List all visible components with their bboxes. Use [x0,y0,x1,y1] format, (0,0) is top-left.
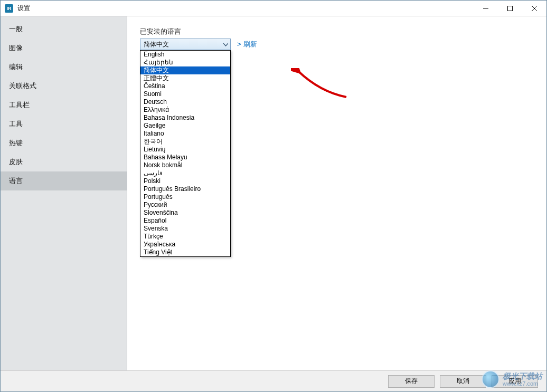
refresh-label: 刷新 [243,40,257,48]
language-option[interactable]: Bahasa Indonesia [140,114,230,122]
language-option[interactable]: Español [140,217,230,225]
content-pane: 已安装的语言 简体中文 >刷新 EnglishՀայերեն简体中文正體中文Če… [127,16,546,370]
cancel-button[interactable]: 取消 [440,375,486,388]
language-option[interactable]: Türkçe [140,233,230,241]
save-button[interactable]: 保存 [388,375,435,388]
maximize-button[interactable] [498,1,522,16]
installed-languages-label: 已安装的语言 [140,27,534,36]
sidebar-item-7[interactable]: 皮肤 [1,152,127,171]
language-option[interactable]: English [140,51,230,59]
language-option[interactable]: Lietuvių [140,146,230,154]
sidebar-item-0[interactable]: 一般 [1,20,127,39]
combobox-value: 简体中文 [144,40,169,49]
language-option[interactable]: Gaeilge [140,122,230,130]
language-option[interactable]: Norsk bokmål [140,161,230,169]
language-option[interactable]: Português [140,193,230,201]
language-option[interactable]: Ελληνικά [140,106,230,114]
language-option[interactable]: فارسی [140,169,230,177]
language-option[interactable]: Deutsch [140,98,230,106]
apply-button[interactable]: 应用 [492,375,538,388]
sidebar-item-6[interactable]: 热键 [1,133,127,152]
sidebar-item-2[interactable]: 编辑 [1,58,127,77]
language-option[interactable]: 正體中文 [140,74,230,82]
language-option[interactable]: Čeština [140,82,230,90]
language-option[interactable]: Polski [140,177,230,185]
sidebar-item-4[interactable]: 工具栏 [1,95,127,114]
annotation-arrow [291,68,354,100]
sidebar-item-1[interactable]: 图像 [1,39,127,58]
language-dropdown: EnglishՀայերեն简体中文正體中文ČeštinaSuomiDeutsc… [140,50,231,257]
window-title: 设置 [17,4,30,13]
chevron-right-icon: > [237,40,241,48]
language-option[interactable]: 简体中文 [140,66,230,74]
language-option[interactable]: Italiano [140,130,230,138]
chevron-down-icon [223,41,228,48]
footer: 保存 取消 应用 [1,370,546,391]
language-option[interactable]: Português Brasileiro [140,185,230,193]
language-option[interactable]: Українська [140,241,230,248]
sidebar-item-5[interactable]: 工具 [1,114,127,133]
sidebar-item-8[interactable]: 语言 [1,171,127,190]
language-combobox[interactable]: 简体中文 [140,39,231,50]
refresh-link[interactable]: >刷新 [237,40,257,49]
language-option[interactable]: Bahasa Melayu [140,154,230,161]
close-button[interactable] [522,1,546,16]
language-option[interactable]: Slovenščina [140,209,230,217]
language-option[interactable]: 한국어 [140,138,230,146]
titlebar: IR 设置 [1,1,546,16]
svg-rect-1 [508,6,513,11]
sidebar-item-3[interactable]: 关联格式 [1,77,127,95]
language-option[interactable]: Русский [140,201,230,209]
language-option[interactable]: Հայերեն [140,59,230,66]
language-option[interactable]: Suomi [140,90,230,98]
language-option[interactable]: Svenska [140,225,230,233]
language-option[interactable]: Tiếng Việt [140,248,230,256]
minimize-button[interactable] [474,1,498,16]
sidebar: 一般图像编辑关联格式工具栏工具热键皮肤语言 [1,16,127,370]
app-icon: IR [5,4,13,13]
